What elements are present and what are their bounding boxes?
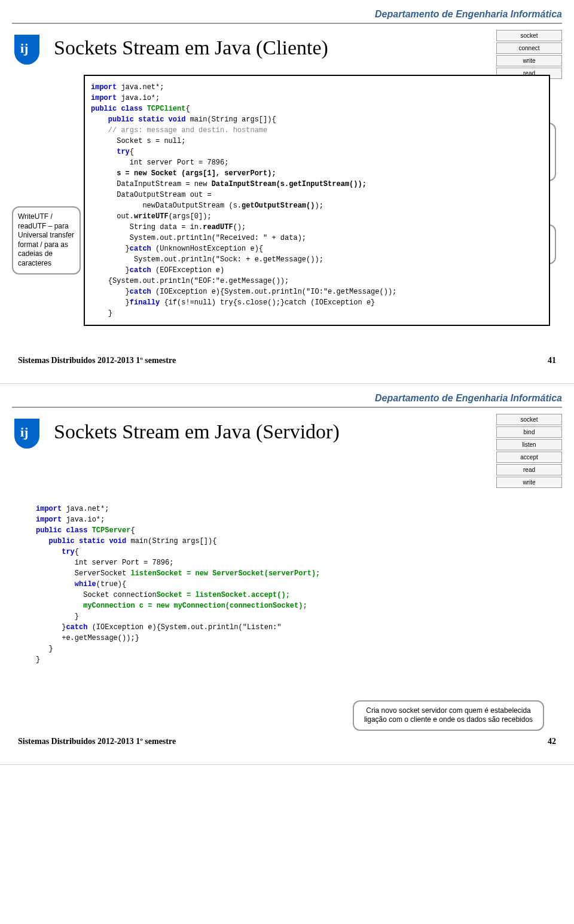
diagram-step: accept (496, 452, 562, 463)
footer-text: Sistemas Distribuidos 2012-2013 1º semes… (18, 737, 176, 746)
diagram-step: listen (496, 439, 562, 450)
content-area: WriteUTF / readUTF – para Universal tran… (12, 75, 562, 344)
slide-title: Sockets Stream em Java (Servidor) (54, 420, 562, 443)
slide-footer: Sistemas Distribuidos 2012-2013 1º semes… (12, 737, 562, 746)
dept-header: Departamento de Engenharia Informática (12, 390, 562, 408)
diagram-step: read (496, 464, 562, 475)
code-block: import java.net*; import java.io*; publi… (84, 75, 550, 326)
slide-42: Departamento de Engenharia Informática i… (0, 384, 574, 765)
diagram-step: socket (496, 414, 562, 425)
callout-writeutf: WriteUTF / readUTF – para Universal tran… (12, 206, 81, 275)
logo-icon: ij (12, 30, 42, 66)
diagram-step: write (496, 55, 562, 66)
diagram-step: write (496, 477, 562, 488)
socket-lifecycle-diagram: socket connect write read (496, 30, 562, 80)
page-number: 41 (548, 356, 556, 365)
page-number: 42 (548, 737, 556, 746)
diagram-step: socket (496, 30, 562, 41)
dept-header: Departamento de Engenharia Informática (12, 6, 562, 24)
code-block: import java.net*; import java.io*; publi… (30, 498, 544, 671)
title-row: ij Sockets Stream em Java (Servidor) (12, 414, 562, 450)
callout-new-socket: Cria novo socket servidor com quem é est… (353, 700, 544, 731)
footer-text: Sistemas Distribuidos 2012-2013 1º semes… (18, 356, 176, 365)
title-row: ij Sockets Stream em Java (Cliente) (12, 30, 562, 66)
slide-41: Departamento de Engenharia Informática i… (0, 0, 574, 384)
slide-footer: Sistemas Distribuidos 2012-2013 1º semes… (12, 356, 562, 365)
logo-icon: ij (12, 414, 42, 450)
slide-title: Sockets Stream em Java (Cliente) (54, 36, 562, 59)
diagram-step: bind (496, 426, 562, 438)
socket-lifecycle-diagram: socket bind listen accept read write (496, 414, 562, 489)
content-area: Cria socket servidor que fica à escuta n… (12, 498, 562, 725)
diagram-step: connect (496, 42, 562, 54)
